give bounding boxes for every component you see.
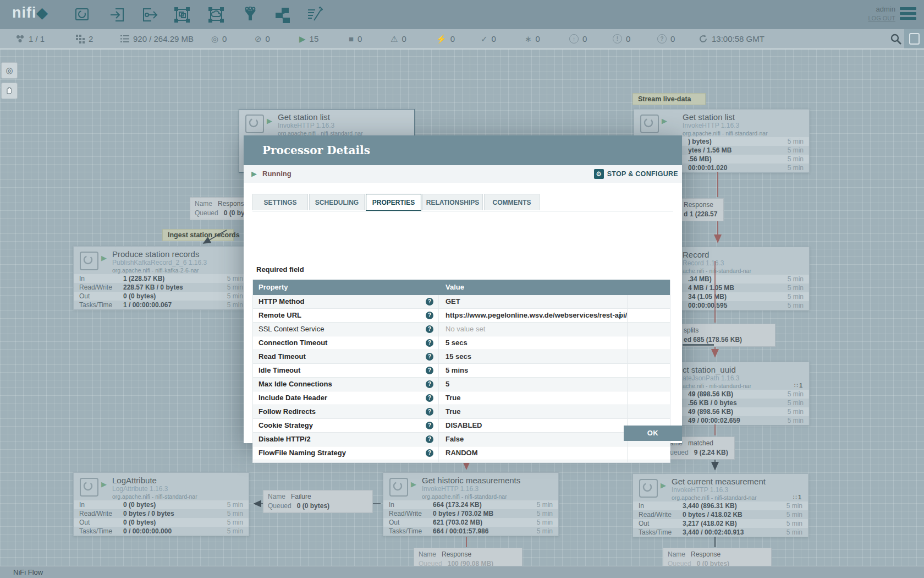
hand-icon — [5, 86, 14, 96]
help-icon[interactable]: ? — [426, 339, 433, 347]
property-row[interactable]: HTTP Method?GET — [253, 295, 670, 309]
output-port-tool-icon[interactable] — [141, 7, 158, 23]
tab-properties[interactable]: PROPERTIES — [366, 194, 421, 211]
processor-type: InvokeHTTP 1.16.3 — [422, 485, 479, 493]
panel-icon — [909, 33, 920, 45]
stop-and-configure-button[interactable]: ⚙ STOP & CONFIGURE — [594, 165, 678, 183]
processor-name: Record — [683, 250, 709, 259]
processor-icon — [389, 478, 408, 497]
stat-row: Out621 (703.02 MB)5 min — [383, 518, 558, 527]
tab-settings[interactable]: SETTINGS — [252, 194, 308, 210]
processor-get-historic-measurements[interactable]: ▶ Get historic measurements InvokeHTTP 1… — [383, 472, 559, 536]
help-icon[interactable]: ? — [426, 449, 433, 457]
stat-row: Tasks/Time3,440 / 00:02:40.9135 min — [633, 528, 808, 537]
property-row[interactable]: SSL Context Service?No value set — [253, 323, 670, 336]
sync-failure-icon: ? — [657, 34, 667, 43]
target-icon: ◎ — [6, 66, 13, 75]
help-icon[interactable]: ? — [426, 353, 433, 361]
processor-get-current-measurement[interactable]: ▶ Get current measurement InvokeHTTP 1.1… — [632, 473, 809, 537]
processor-type: InvokeHTTP 1.16.3 — [278, 122, 334, 129]
locally-modified-stale-icon: ! — [613, 34, 622, 43]
stale-count: 0 — [582, 34, 587, 43]
property-row[interactable]: Attributes to Send?No value set — [253, 460, 670, 463]
property-row[interactable]: Connection Timeout?5 secs — [253, 336, 670, 350]
cluster-count: 1 / 1 — [29, 34, 45, 43]
help-icon[interactable]: ? — [426, 435, 433, 443]
stat-row: Out3,217 (418.02 KB)5 min — [633, 519, 808, 528]
running-indicator-icon: ▶ — [101, 254, 107, 262]
processor-type: PublishKafkaRecord_2_6 1.16.3 — [112, 259, 207, 266]
processor-bundle: org.apache.nifi - nifi-standard-nar — [683, 130, 768, 137]
stat-row: Read/Write228.57 KB / 0 bytes5 min — [74, 283, 249, 292]
help-icon[interactable]: ? — [426, 394, 433, 402]
property-row[interactable]: Remote URL?https://www.pegelonline.wsv.d… — [253, 309, 670, 323]
stat-row: Out0 (0 bytes)5 min — [74, 518, 249, 527]
property-row[interactable]: Cookie Strategy?DISABLED — [253, 419, 670, 433]
running-indicator-icon: ▶ — [101, 480, 107, 488]
property-row[interactable]: Disable HTTP/2?False — [253, 433, 670, 446]
running-status-text: Running — [262, 165, 292, 183]
bulletin-panel-toggle[interactable] — [904, 29, 924, 48]
processor-icon — [640, 114, 659, 133]
label-tool-icon[interactable] — [306, 7, 323, 23]
stopped-count: 0 — [358, 34, 362, 43]
processor-icon — [639, 479, 658, 498]
ok-button[interactable]: OK — [624, 426, 682, 441]
funnel-tool-icon[interactable] — [242, 7, 258, 23]
processor-type: Record 1.16.3 — [683, 259, 724, 267]
canvas-pan-button[interactable] — [1, 83, 18, 99]
help-icon[interactable]: ? — [426, 408, 433, 416]
property-row[interactable]: Follow Redirects?True — [253, 405, 670, 419]
help-icon[interactable]: ? — [426, 312, 433, 319]
logout-link[interactable]: LOG OUT — [868, 14, 895, 23]
connection-label-failure[interactable]: NameFailure Queued0 (0 bytes) — [263, 490, 373, 513]
help-icon[interactable]: ? — [426, 298, 433, 306]
help-icon[interactable]: ? — [426, 422, 433, 429]
help-icon[interactable]: ? — [426, 367, 433, 374]
process-group-tool-icon[interactable] — [174, 7, 190, 23]
dialog-body: SETTINGS SCHEDULING PROPERTIES RELATIONS… — [244, 183, 682, 443]
property-row[interactable]: Idle Timeout?5 mins — [253, 364, 670, 378]
property-row[interactable]: FlowFile Naming Strategy?RANDOM — [253, 446, 670, 460]
processor-tool-icon[interactable] — [74, 7, 90, 23]
label-ingest-station-records[interactable]: Ingest station records — [162, 229, 234, 241]
property-row[interactable]: Max Idle Connections?5 — [253, 378, 670, 391]
tab-comments[interactable]: COMMENTS — [484, 194, 540, 210]
properties-table-header: Property Value — [253, 280, 670, 295]
help-icon[interactable]: ? — [426, 380, 433, 388]
processor-name: Get historic measurements — [422, 476, 520, 485]
stat-row: In1 (228.57 KB)5 min — [74, 274, 249, 283]
help-icon[interactable]: ? — [426, 325, 433, 333]
tab-relationships[interactable]: RELATIONSHIPS — [422, 194, 483, 210]
stale-icon: ↑ — [569, 34, 579, 43]
processor-bundle: org.apache.nifi - nifi-standard-nar — [672, 494, 757, 501]
dialog-header: Processor Details — [244, 135, 682, 165]
processor-type: InvokeHTTP 1.16.3 — [683, 122, 739, 129]
processor-name: Get station list — [683, 112, 735, 122]
cluster-badge: ∷ 1 — [793, 494, 801, 501]
menu-icon[interactable] — [900, 7, 916, 20]
processor-bundle: ache.nifi - nifi-standard-nar — [683, 268, 751, 274]
property-row[interactable]: Read Timeout?15 secs — [253, 350, 670, 364]
canvas-locate-button[interactable]: ◎ — [1, 62, 18, 79]
processor-bundle: org.apache.nifi - nifi-kafka-2-6-nar — [112, 267, 199, 274]
info-icon[interactable]: i — [619, 309, 622, 322]
processor-produce-station-records[interactable]: ▶ Produce station records PublishKafkaRe… — [73, 246, 249, 310]
template-tool-icon[interactable] — [274, 7, 290, 23]
queued-icon — [120, 34, 129, 43]
search-icon[interactable] — [890, 33, 902, 45]
locally-modified-stale-count: 0 — [626, 34, 630, 43]
label-stream-live-data[interactable]: Stream live-data — [632, 93, 706, 105]
processor-bundle: ache.nifi - nifi-standard-nar — [683, 383, 751, 389]
stat-row: Tasks/Time0 / 00:00:00.0005 min — [74, 527, 249, 536]
status-bar: 1 / 1 2 920 / 264.29 MB ◎0 ⊘0 ▶15 ■0 ⚠0 … — [0, 29, 924, 50]
dialog-title: Processor Details — [244, 135, 682, 165]
property-row[interactable]: Include Date Header?True — [253, 391, 670, 405]
refresh-icon[interactable] — [698, 34, 708, 43]
processor-log-attribute[interactable]: ▶ LogAttribute LogAttribute 1.16.3 org.a… — [73, 472, 249, 536]
input-port-tool-icon[interactable] — [109, 7, 125, 23]
queued-count: 920 / 264.29 MB — [133, 34, 194, 43]
tab-scheduling[interactable]: SCHEDULING — [309, 194, 365, 210]
breadcrumb-nifi-flow[interactable]: NiFi Flow — [13, 568, 43, 576]
remote-process-group-tool-icon[interactable] — [208, 7, 224, 23]
